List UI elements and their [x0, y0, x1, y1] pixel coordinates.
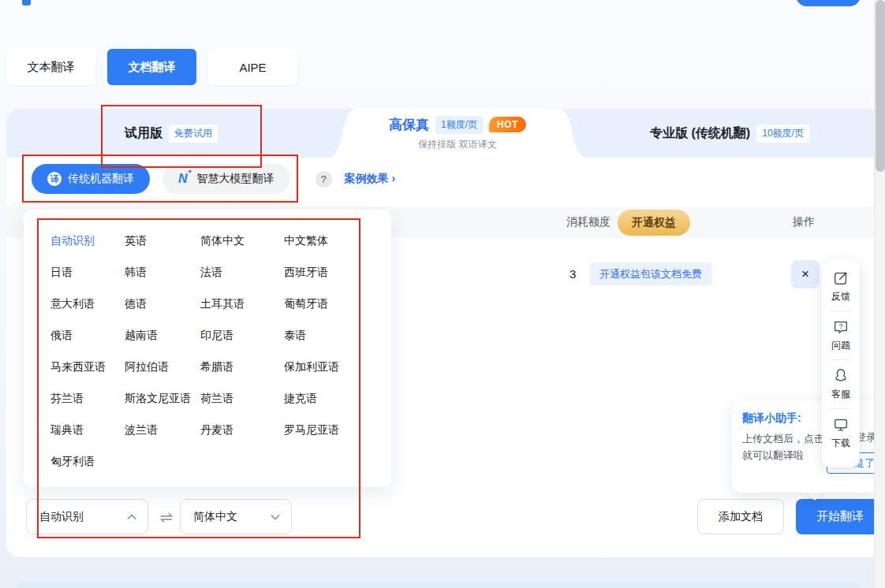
- question-bubble-icon: ?: [832, 318, 850, 336]
- swap-languages-icon[interactable]: ⇌: [155, 499, 177, 534]
- language-option[interactable]: 荷兰语: [200, 392, 284, 406]
- customer-service-label: 客服: [831, 388, 850, 401]
- language-option[interactable]: 葡萄牙语: [284, 297, 391, 311]
- toolbar-divider: [831, 311, 851, 311]
- language-option[interactable]: 自动识别: [50, 234, 125, 248]
- traditional-mt-label: 传统机器翻译: [68, 172, 134, 186]
- app-screen: 文本翻译 文档翻译 AIPE 试用版 免费试用 高保真 1额度/页 HOT 保持…: [0, 0, 885, 588]
- doc-credits-value: 3: [569, 267, 576, 281]
- chevron-up-icon: [127, 514, 136, 520]
- trial-title: 试用版: [125, 125, 162, 142]
- question-label: 问题: [831, 339, 850, 352]
- plan-tab-trial[interactable]: 试用版 免费试用: [6, 109, 336, 158]
- language-grid: 自动识别英语简体中文中文繁体日语韩语法语西班牙语意大利语德语土耳其语葡萄牙语俄语…: [24, 210, 391, 478]
- svg-text:?: ?: [838, 322, 842, 330]
- chevron-down-icon: [271, 514, 280, 520]
- add-document-button[interactable]: 添加文档: [697, 499, 784, 534]
- feedback-button[interactable]: 反馈: [831, 270, 850, 303]
- language-option[interactable]: 法语: [200, 266, 284, 280]
- target-language-value: 简体中文: [193, 510, 237, 524]
- target-language-select[interactable]: 简体中文: [180, 499, 292, 534]
- feedback-label: 反馈: [831, 290, 850, 303]
- language-option[interactable]: 斯洛文尼亚语: [125, 392, 200, 406]
- language-option[interactable]: 越南语: [125, 329, 200, 343]
- customer-service-button[interactable]: 客服: [831, 367, 850, 401]
- download-label: 下载: [831, 437, 850, 450]
- floating-toolbar: 反馈 ? 问题 客服 下载: [822, 260, 860, 467]
- ai-model-icon: N: [178, 172, 191, 186]
- ai-model-mt-label: 智慧大模型翻译: [197, 172, 274, 186]
- start-translate-button[interactable]: 开始翻译: [796, 499, 884, 534]
- language-option[interactable]: 俄语: [50, 329, 125, 343]
- language-option[interactable]: 芬兰语: [50, 392, 125, 406]
- pro-title: 专业版 (传统机翻): [650, 125, 750, 142]
- remove-doc-button[interactable]: ×: [791, 260, 820, 288]
- tab-aipe[interactable]: AIPE: [208, 49, 297, 85]
- language-option[interactable]: 韩语: [125, 266, 200, 280]
- download-button[interactable]: 下载: [831, 416, 850, 450]
- language-option[interactable]: 日语: [50, 266, 125, 280]
- question-button[interactable]: ? 问题: [831, 318, 850, 352]
- toolbar-divider: [831, 359, 851, 360]
- source-language-value: 自动识别: [39, 510, 84, 524]
- download-client-icon: [832, 416, 850, 434]
- tab-text-translate[interactable]: 文本翻译: [6, 49, 95, 85]
- mode-tabs: 文本翻译 文档翻译 AIPE: [6, 49, 297, 85]
- translate-circle-icon: 译: [47, 172, 62, 186]
- language-option[interactable]: 瑞典语: [50, 423, 125, 437]
- action-header: 操作: [793, 215, 815, 229]
- hot-badge: HOT: [489, 117, 526, 132]
- language-option[interactable]: 简体中文: [200, 234, 284, 248]
- hifi-subtitle: 保持排版 双语译文: [418, 138, 496, 151]
- language-option[interactable]: 土耳其语: [200, 297, 284, 311]
- feedback-edit-icon: [832, 270, 850, 287]
- language-dropdown: 自动识别英语简体中文中文繁体日语韩语法语西班牙语意大利语德语土耳其语葡萄牙语俄语…: [24, 210, 391, 487]
- language-option[interactable]: 德语: [125, 297, 200, 311]
- page-scrollbar[interactable]: [874, 0, 885, 588]
- language-option[interactable]: 英语: [125, 234, 200, 248]
- source-language-select[interactable]: 自动识别: [26, 499, 148, 534]
- consume-quota-header: 消耗额度: [566, 215, 611, 229]
- help-icon[interactable]: ?: [316, 171, 332, 188]
- language-option[interactable]: 捷克语: [284, 392, 391, 406]
- engine-toggle-row: 译 传统机器翻译 N 智慧大模型翻译 ? 案例效果 ›: [32, 164, 395, 194]
- language-option[interactable]: 波兰语: [125, 423, 200, 437]
- language-option[interactable]: 中文繁体: [284, 234, 391, 248]
- plan-tab-hifi[interactable]: 高保真 1额度/页 HOT 保持排版 双语译文: [323, 109, 592, 158]
- language-option[interactable]: 意大利语: [50, 297, 125, 311]
- case-effect-link[interactable]: 案例效果 ›: [345, 172, 396, 186]
- scrollbar-thumb[interactable]: [876, 0, 885, 172]
- next-section-strip: [16, 582, 860, 588]
- trial-free-badge: 免费试用: [169, 125, 218, 143]
- hifi-price-badge: 1额度/页: [435, 116, 483, 134]
- language-option[interactable]: 马来西亚语: [50, 360, 125, 374]
- language-option[interactable]: 阿拉伯语: [125, 360, 200, 374]
- language-option[interactable]: 保加利亚语: [284, 360, 391, 374]
- customer-service-icon: [832, 367, 850, 385]
- pro-price-badge: 10额度/页: [756, 125, 809, 143]
- language-option[interactable]: 匈牙利语: [50, 455, 125, 469]
- logo-fragment: [22, 0, 31, 6]
- traditional-mt-button[interactable]: 译 传统机器翻译: [32, 164, 150, 194]
- ai-model-mt-button[interactable]: N 智慧大模型翻译: [162, 164, 290, 194]
- topright-button-fragment[interactable]: [796, 0, 861, 6]
- plan-tab-pro[interactable]: 专业版 (传统机翻) 10额度/页: [592, 109, 868, 158]
- benefit-note-badge[interactable]: 开通权益包该文档免费: [590, 262, 711, 285]
- language-option[interactable]: 丹麦语: [200, 423, 284, 437]
- language-option[interactable]: 希腊语: [200, 360, 284, 374]
- toolbar-divider: [831, 408, 851, 409]
- language-option[interactable]: 西班牙语: [284, 266, 391, 280]
- tab-doc-translate[interactable]: 文档翻译: [107, 49, 196, 85]
- language-option[interactable]: 印尼语: [200, 329, 284, 343]
- language-option[interactable]: 罗马尼亚语: [284, 423, 391, 437]
- language-option[interactable]: 泰语: [284, 329, 391, 343]
- tooltip-title: 翻译小助手:: [742, 411, 882, 426]
- hifi-title: 高保真: [389, 116, 429, 134]
- open-benefit-button[interactable]: 开通权益: [618, 210, 690, 236]
